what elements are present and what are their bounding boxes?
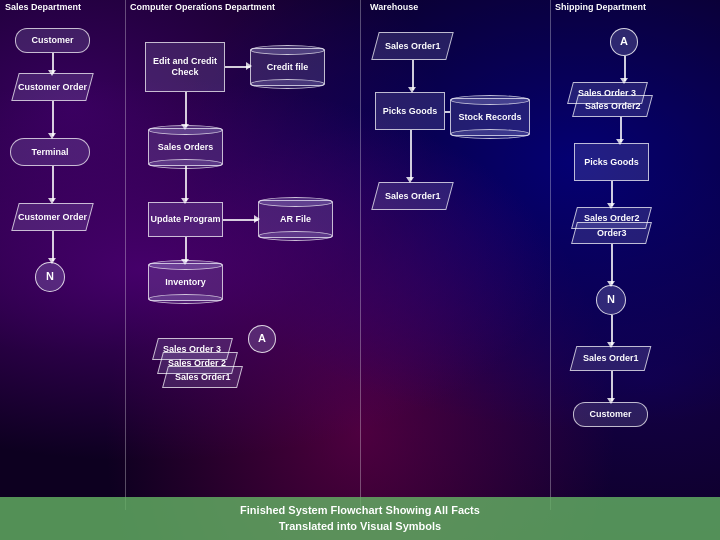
arrow-17 bbox=[611, 315, 613, 345]
sales-order1-warehouse: Sales Order1 bbox=[371, 32, 454, 60]
arrow-10 bbox=[412, 60, 414, 90]
edit-credit: Edit and Credit Check bbox=[145, 42, 225, 92]
sales-order2-ship: Sales Order2 bbox=[572, 95, 653, 117]
sales-order1-final: Sales Order1 bbox=[570, 346, 652, 371]
customer-order-1: Customer Order bbox=[11, 73, 94, 101]
n-connector-2: N bbox=[596, 285, 626, 315]
arrow-16 bbox=[611, 244, 613, 284]
dept-warehouse: Warehouse bbox=[370, 2, 418, 12]
picks-goods-ship: Picks Goods bbox=[574, 143, 649, 181]
arrow-2 bbox=[52, 101, 54, 136]
arrow-18 bbox=[611, 371, 613, 401]
inventory: Inventory bbox=[148, 263, 223, 301]
arrow-11 bbox=[445, 111, 450, 113]
arrowhead-5 bbox=[246, 62, 252, 70]
divider-3 bbox=[550, 0, 551, 510]
terminal: Terminal bbox=[10, 138, 90, 166]
bottom-banner: Finished System Flowchart Showing All Fa… bbox=[0, 497, 720, 540]
arrow-7 bbox=[185, 166, 187, 201]
customer-top: Customer bbox=[15, 28, 90, 53]
arrow-12 bbox=[410, 130, 412, 180]
update-program: Update Program bbox=[148, 202, 223, 237]
divider-2 bbox=[360, 0, 361, 510]
dept-computer: Computer Operations Department bbox=[130, 2, 275, 12]
arrow-4 bbox=[52, 231, 54, 261]
arrow-8 bbox=[223, 219, 258, 221]
arrow-3 bbox=[52, 166, 54, 201]
main-content: Sales Department Computer Operations Dep… bbox=[0, 0, 720, 540]
customer-bottom: Customer bbox=[573, 402, 648, 427]
dept-shipping: Shipping Department bbox=[555, 2, 646, 12]
sales-orders: Sales Orders bbox=[148, 128, 223, 166]
credit-file: Credit file bbox=[250, 48, 325, 86]
arrow-6 bbox=[185, 92, 187, 127]
customer-order-2: Customer Order bbox=[11, 203, 94, 231]
sales-order1-warehouse2: Sales Order1 bbox=[371, 182, 454, 210]
sales-order3-b: Order3 bbox=[571, 222, 652, 244]
stock-records: Stock Records bbox=[450, 98, 530, 136]
ar-file: AR File bbox=[258, 200, 333, 238]
divider-1 bbox=[125, 0, 126, 510]
picks-goods-warehouse: Picks Goods bbox=[375, 92, 445, 130]
dept-sales: Sales Department bbox=[5, 2, 81, 12]
a-connector-top: A bbox=[610, 28, 638, 56]
a-connector: A bbox=[248, 325, 276, 353]
n-connector-1: N bbox=[35, 262, 65, 292]
sales-order1-stack: Sales Order1 bbox=[162, 366, 243, 388]
